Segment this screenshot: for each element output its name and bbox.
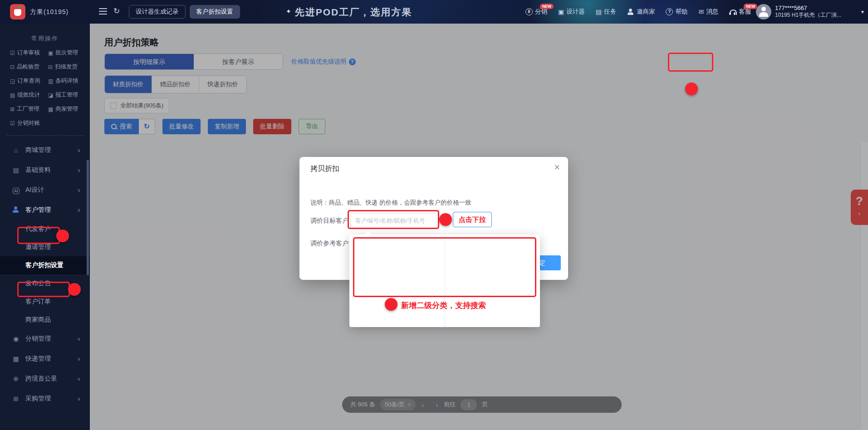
sidebar-item-label: 基础资料 [25, 166, 51, 174]
image-icon: ▣ [558, 9, 564, 15]
data-icon: ▤ [12, 166, 20, 174]
quick-op-订单审核[interactable]: ☑订单审核 [10, 49, 48, 57]
quick-ops-grid: ☑订单审核▣批次管理⊡品检验货⊟扫描发货◲订单查询▥条码详情▤绩效统计◪报工管理… [10, 49, 90, 127]
quick-op-批次管理[interactable]: ▣批次管理 [48, 49, 86, 57]
topbar-item-label: 帮助 [675, 8, 687, 16]
ledger-icon: ☑ [10, 120, 15, 127]
chevron-down-icon: ∨ [77, 187, 81, 193]
refresh-icon[interactable]: ↻ [113, 6, 120, 16]
quick-op-报工管理[interactable]: ◪报工管理 [48, 91, 86, 99]
collapse-menu-icon[interactable] [99, 8, 107, 15]
sidebar-item-AI设计[interactable]: AIAI设计∨ [0, 180, 90, 200]
brand-id: (10195) [44, 8, 69, 15]
new-badge: NEW [540, 4, 554, 9]
order-search-icon: ◲ [10, 78, 15, 84]
sidebar-item-label: 采购管理 [25, 395, 51, 403]
quick-op-商家管理[interactable]: ▦商家管理 [48, 105, 86, 113]
factory-icon: ⊞ [10, 106, 15, 112]
headset-icon [729, 9, 736, 15]
quick-op-label: 报工管理 [55, 91, 78, 99]
quick-op-label: 分销对账 [17, 119, 40, 127]
sidebar-item-分销管理[interactable]: ◉分销管理∨ [0, 329, 90, 349]
quick-op-品检验货[interactable]: ⊡品检验货 [10, 63, 48, 71]
quick-op-条码详情[interactable]: ▥条码详情 [48, 77, 86, 85]
quick-op-扫描发货[interactable]: ⊟扫描发货 [48, 63, 86, 71]
user-account[interactable]: 177****5667 10195 H1手机壳（工厂演... ▼ [756, 4, 865, 20]
user-shop: 10195 H1手机壳（工厂演... [775, 11, 859, 19]
reference-customer-label: 调价参考客户 [310, 239, 348, 248]
topbar-item-label: 邀商家 [637, 8, 655, 16]
quick-op-订单查询[interactable]: ◲订单查询 [10, 77, 48, 85]
topbar-item-headset[interactable]: 客服NEW [729, 8, 751, 16]
quick-op-label: 品检验货 [17, 63, 39, 71]
sidebar-item-label: 客户折扣设置 [25, 261, 64, 269]
purchase-icon: ⊞ [12, 395, 20, 402]
sidebar-section-title: 常用操作 [0, 34, 90, 43]
sidebar-item-label: 邀请管理 [25, 243, 51, 251]
ai-icon: AI [12, 186, 20, 194]
topbar-item-label: 任务 [604, 8, 616, 16]
sidebar-item-label: 商城管理 [25, 146, 51, 154]
user-phone: 177****5667 [775, 5, 859, 11]
sparkle-icon: ✦ [286, 8, 292, 15]
quick-op-label: 条码详情 [55, 77, 78, 85]
topbar-item-message[interactable]: ✉消息 [698, 8, 718, 16]
quick-op-label: 订单查询 [17, 77, 40, 85]
mall-icon: ⌂ [12, 147, 20, 154]
topbar-item-person[interactable]: 邀商家 [627, 8, 655, 16]
express-icon: ▦ [12, 355, 20, 362]
chevron-down-icon: ∨ [77, 147, 81, 153]
sidebar-item-采购管理[interactable]: ⊞采购管理∨ [0, 389, 90, 409]
topbar: 方果(10195) ↻ 设计器生成记录客户折扣设置 ✦先进POD工厂，选用方果 … [0, 0, 868, 24]
sidebar-item-快递管理[interactable]: ▦快递管理∨ [0, 349, 90, 369]
chevron-up-icon: ∧ [77, 207, 81, 213]
topbar-item-tasks[interactable]: ▤任务 [596, 8, 616, 16]
target-customer-label: 调价目标客户 [310, 217, 348, 225]
sidebar-item-商城管理[interactable]: ⌂商城管理∨ [0, 140, 90, 160]
topbar-item-yuan-circle[interactable]: ¥分销NEW [525, 8, 547, 16]
sidebar-item-label: 商家商品 [25, 316, 51, 324]
topbar-menu: ¥分销NEW▣设计器▤任务邀商家?帮助✉消息客服NEW [525, 0, 751, 24]
annotation-click-hint: 点击下拉 [453, 212, 492, 227]
annotation-box-customer-mgmt [17, 227, 60, 244]
new-badge: NEW [744, 4, 757, 9]
sidebar-item-label: 快递管理 [25, 355, 51, 363]
topbar-item-question[interactable]: ?帮助 [666, 8, 687, 16]
chevron-down-icon: ∨ [77, 376, 81, 382]
sidebar-item-跨境首公里[interactable]: ⊕跨境首公里∨ [0, 369, 90, 389]
sidebar-item-label: 分销管理 [25, 335, 51, 343]
sidebar-item-基础资料[interactable]: ▤基础资料∨ [0, 160, 90, 180]
chevron-down-icon: ∨ [77, 167, 81, 173]
chevron-down-icon[interactable]: ▼ [860, 10, 865, 15]
globe-icon: ⊕ [12, 375, 20, 382]
sidebar-scrollbar[interactable] [87, 160, 89, 275]
quick-op-label: 订单审核 [17, 49, 40, 57]
sidebar-menu: ⌂商城管理∨▤基础资料∨AIAI设计∨客户管理∧代发客户邀请管理客户折扣设置发布… [0, 140, 90, 409]
quick-op-绩效统计[interactable]: ▤绩效统计 [10, 91, 48, 99]
close-icon[interactable]: × [554, 161, 560, 173]
sidebar-item-label: AI设计 [25, 186, 44, 194]
quick-op-分销对账[interactable]: ☑分销对账 [10, 119, 48, 127]
sidebar-item-客户折扣设置[interactable]: 客户折扣设置 [0, 256, 90, 274]
quick-op-label: 扫描发货 [55, 63, 78, 71]
stats-icon: ▤ [10, 92, 15, 98]
annotation-badge-3 [685, 83, 698, 95]
sidebar-item-label: 客户管理 [25, 206, 51, 214]
brand-name: 方果 [30, 8, 44, 15]
user-info: 177****5667 10195 H1手机壳（工厂演... [775, 5, 859, 19]
quick-op-label: 批次管理 [55, 49, 78, 57]
order-audit-icon: ☑ [10, 50, 15, 56]
sidebar-item-客户管理[interactable]: 客户管理∧ [0, 200, 90, 220]
topbar-tab-2[interactable]: 客户折扣设置 [190, 5, 240, 19]
app-logo-icon[interactable] [10, 4, 25, 20]
quick-op-label: 工厂管理 [17, 105, 39, 113]
topbar-tab-1[interactable]: 设计器生成记录 [129, 5, 186, 19]
app-root: 方果(10195) ↻ 设计器生成记录客户折扣设置 ✦先进POD工厂，选用方果 … [0, 0, 868, 430]
quick-op-工厂管理[interactable]: ⊞工厂管理 [10, 105, 48, 113]
question-icon: ? [666, 8, 673, 15]
topbar-item-image[interactable]: ▣设计器 [558, 8, 585, 16]
banner-slogan: ✦先进POD工厂，选用方果 [286, 6, 412, 19]
brand-title: 方果(10195) [30, 6, 69, 16]
sidebar-item-商家商品[interactable]: 商家商品 [0, 311, 90, 329]
merchant-icon: ▦ [48, 106, 53, 112]
